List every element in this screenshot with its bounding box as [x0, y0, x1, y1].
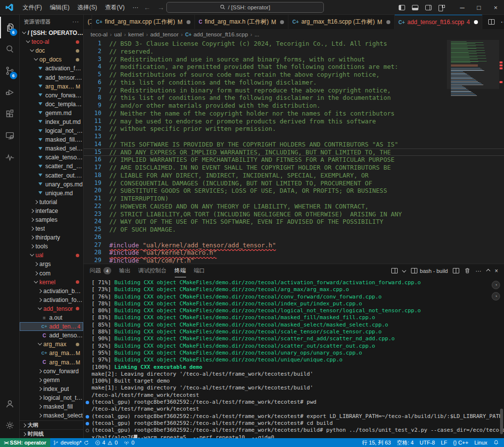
- tree-item[interactable]: unique.md: [20, 189, 83, 198]
- terminal-profile-chevron-icon[interactable]: [403, 269, 406, 272]
- activitybar-accounts[interactable]: [0, 393, 20, 415]
- breadcrumb-item[interactable]: kernel: [128, 31, 144, 37]
- maximize-button[interactable]: □: [471, 0, 487, 15]
- tree-item[interactable]: scatter_nd_add.md: [20, 162, 83, 171]
- split-editor-icon[interactable]: [488, 19, 495, 25]
- terminal-scrollbar[interactable]: [500, 409, 503, 434]
- command-center-search[interactable]: / [SSH: operator]: [166, 2, 324, 13]
- tree-item[interactable]: scatter_out.md: [20, 171, 83, 180]
- breadcrumb-item[interactable]: teco-al: [91, 31, 108, 37]
- tree-item[interactable]: logical_not_tensor: [20, 393, 83, 402]
- tree-item[interactable]: samples: [20, 215, 83, 224]
- tree-item[interactable]: masked_fill.md: [20, 135, 83, 144]
- code-line[interactable]: 17// ARE DISCLAIMED. IN NO EVENT SHALL T…: [84, 164, 504, 172]
- minimize-button[interactable]: ─: [454, 0, 471, 15]
- split-terminal-icon[interactable]: [453, 268, 459, 273]
- tree-item[interactable]: Carg_max.hM: [20, 358, 83, 366]
- tree-item[interactable]: arg_max.mdM: [20, 82, 83, 91]
- tree-item[interactable]: tools: [20, 242, 83, 251]
- activitybar-pulse[interactable]: [0, 147, 20, 168]
- code-line[interactable]: 1// BSD 3- Clause License Copyright (c) …: [84, 40, 504, 48]
- tree-item[interactable]: gemm: [20, 376, 83, 385]
- code-line[interactable]: 3// Redistribution and use in source and…: [84, 56, 504, 63]
- tree-item[interactable]: ual: [20, 251, 83, 260]
- menu-item-3[interactable]: 查看(V): [101, 2, 128, 13]
- status-item-0[interactable]: 行 15, 列 63: [359, 438, 394, 447]
- code-line[interactable]: 19// CONSEQUENTIAL DAMAGES (INCLUDING, B…: [84, 179, 504, 187]
- breadcrumb-item[interactable]: add_tensor: [150, 31, 179, 37]
- activitybar-explorer[interactable]: 6: [0, 17, 20, 38]
- code-line[interactable]: 18// LIABLE FOR ANY DIRECT, INDIRECT, IN…: [84, 172, 504, 179]
- tree-item[interactable]: index_put.md: [20, 118, 83, 126]
- tree-item[interactable]: interface: [20, 207, 83, 215]
- tree-item[interactable]: masked_select.md: [20, 144, 83, 153]
- outline-section[interactable]: 大纲: [20, 420, 83, 429]
- code-line[interactable]: 13//: [84, 133, 504, 141]
- status-item-1[interactable]: 空格: 4: [394, 438, 416, 447]
- tree-item[interactable]: activation_forward: [20, 296, 83, 304]
- terminal-overlay-icon[interactable]: ◔: [492, 292, 500, 300]
- code-line[interactable]: 20// SUBSTITUTE GOODS OR SERVICES; LOSS …: [84, 187, 504, 195]
- tree-item[interactable]: doc: [20, 46, 83, 55]
- tree-item[interactable]: logical_not_tenso...: [20, 126, 83, 135]
- ports-item[interactable]: 0: [121, 438, 137, 447]
- close-button[interactable]: ×: [487, 0, 504, 15]
- code-line[interactable]: 2// reserved.: [84, 48, 504, 56]
- terminal-overlay-icon[interactable]: ◔: [492, 281, 500, 289]
- code-editor[interactable]: 1// BSD 3- Clause License Copyright (c) …: [84, 40, 504, 264]
- activitybar-run-debug[interactable]: [0, 82, 20, 103]
- code-line[interactable]: 24// WAY OUT OF THE USE OF THIS SOFTWARE…: [84, 218, 504, 226]
- code-line[interactable]: 7// Redistributions in binary form must …: [84, 87, 504, 94]
- activitybar-extensions[interactable]: [0, 103, 20, 125]
- code-line[interactable]: 29#include "ual/com/rt.h": [84, 257, 504, 264]
- tree-item[interactable]: args: [20, 260, 83, 268]
- tree-item[interactable]: arg_max: [20, 340, 83, 349]
- code-line[interactable]: 4// modification, are permitted provided…: [84, 63, 504, 71]
- code-line[interactable]: 28#include "ual/kernel/macro.h": [84, 249, 504, 257]
- tree-item[interactable]: Cadd_tensor.h: [20, 331, 83, 340]
- timeline-section[interactable]: 时间线: [20, 429, 83, 438]
- panel-tab-0[interactable]: 问题4: [90, 264, 111, 277]
- code-line[interactable]: 8// this list of conditions and the foll…: [84, 94, 504, 102]
- new-terminal-icon[interactable]: [391, 268, 398, 273]
- code-line[interactable]: 5// Redistributions of source code must …: [84, 71, 504, 79]
- status-item-2[interactable]: UTF-8: [416, 438, 438, 447]
- maximize-panel-icon[interactable]: [486, 269, 490, 272]
- toggle-sidebar-icon[interactable]: [399, 5, 405, 10]
- editor-tab-2[interactable]: Cfind_arg_max.h (工作树)M: [195, 15, 288, 29]
- terminal-tab-item[interactable]: bash - build: [411, 268, 448, 274]
- status-item-5[interactable]: Linux: [472, 438, 490, 447]
- tree-item[interactable]: / [SSH: OPERATOR]: [20, 29, 83, 37]
- editor-tab-1[interactable]: C+find_arg_max.cpp (工作树)M: [92, 15, 195, 29]
- tree-item[interactable]: activation_backw...: [20, 287, 83, 296]
- menu-item-1[interactable]: 编辑(E): [46, 2, 73, 13]
- status-item-3[interactable]: LF: [438, 438, 450, 447]
- breadcrumb[interactable]: teco-al›ual›kernel›add_tensor›C+add_tens…: [84, 29, 504, 40]
- code-line[interactable]: 16// IMPLIED WARRANTIES OF MERCHANTABILI…: [84, 156, 504, 164]
- tree-item[interactable]: gemm.md: [20, 109, 83, 118]
- code-line[interactable]: 12// without specific prior written perm…: [84, 125, 504, 133]
- editor-tab-4[interactable]: C+add_tensor_ft16.scpp4: [395, 15, 482, 29]
- activitybar-remote-explorer[interactable]: [0, 125, 20, 147]
- status-item-4[interactable]: {} C++: [450, 438, 472, 447]
- problems-item[interactable]: 4 0: [92, 438, 121, 447]
- toggle-panel-icon[interactable]: [412, 5, 418, 10]
- code-line[interactable]: 22// HOWEVER CAUSED AND ON ANY THEORY OF…: [84, 203, 504, 210]
- editor-more-actions-icon[interactable]: ···: [501, 18, 504, 27]
- tree-item[interactable]: ≡a.out: [20, 313, 83, 322]
- editor-tab-3[interactable]: C+arg_max_ft16.scpp (工作树)M: [288, 15, 394, 29]
- tree-item[interactable]: doc_template.md: [20, 100, 83, 109]
- tree-item[interactable]: com: [20, 269, 83, 278]
- tree-item[interactable]: C+add_tensor...4: [20, 322, 83, 331]
- code-line[interactable]: 11// may be used to endorse or promote p…: [84, 118, 504, 125]
- code-line[interactable]: 25// OF SUCH DAMAGE.: [84, 226, 504, 234]
- menu-item-0[interactable]: 文件(F): [19, 2, 46, 13]
- tree-item[interactable]: test: [20, 224, 83, 233]
- code-line[interactable]: 21// INTERRUPTION): [84, 195, 504, 203]
- tree-item[interactable]: unary_ops.md: [20, 180, 83, 189]
- menu-item-2[interactable]: 选择(S): [73, 2, 101, 13]
- tree-item[interactable]: conv_forward: [20, 367, 83, 376]
- code-line[interactable]: 15// AND ANY EXPRESS OR IMPLIED WARRANTI…: [84, 149, 504, 156]
- tree-item[interactable]: C+arg_max_ft...M: [20, 349, 83, 358]
- code-line[interactable]: 10// Neither the name of the copyright h…: [84, 110, 504, 118]
